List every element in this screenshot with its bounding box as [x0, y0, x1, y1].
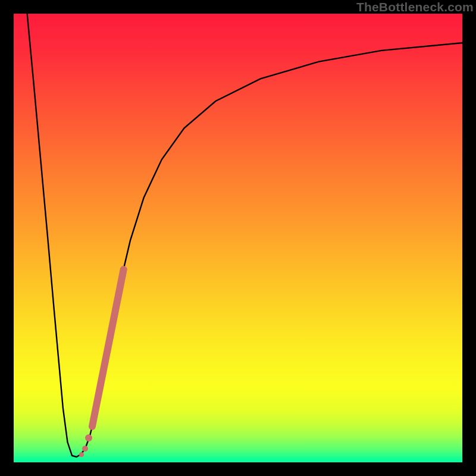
bottleneck-curve: [27, 14, 462, 457]
curve-layer: [14, 14, 462, 462]
highlight-segment: [92, 270, 124, 427]
marker-dot-1: [85, 434, 92, 441]
marker-dot-3: [79, 452, 84, 457]
marker-dot-2: [82, 446, 88, 452]
plot-area: [14, 14, 462, 462]
watermark-text: TheBottleneck.com: [356, 0, 474, 14]
chart-frame: TheBottleneck.com: [0, 0, 476, 476]
